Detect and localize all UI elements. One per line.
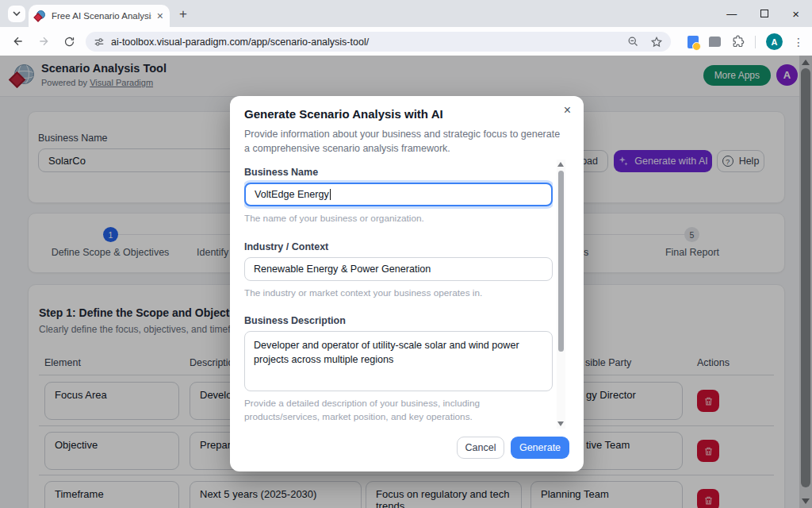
- modal-form-scroll-area: Business Name VoltEdge Energy The name o…: [244, 159, 553, 429]
- reload-button[interactable]: [60, 33, 78, 50]
- browser-profile-avatar[interactable]: A: [766, 33, 783, 50]
- modal-business-name-input[interactable]: VoltEdge Energy: [244, 183, 553, 206]
- tab-strip-chevron-button[interactable]: [8, 6, 25, 22]
- modal-business-name-helper: The name of your business or organizatio…: [244, 212, 553, 225]
- modal-industry-helper: The industry or market context your busi…: [244, 287, 553, 300]
- modal-scrollbar[interactable]: [557, 160, 565, 429]
- modal-scrollbar-thumb[interactable]: [558, 171, 564, 352]
- url-bar[interactable]: ai-toolbox.visual-paradigm.com/app/scena…: [86, 32, 671, 52]
- back-arrow-icon: [12, 35, 25, 48]
- notification-bubble-icon[interactable]: [709, 37, 721, 47]
- url-text[interactable]: ai-toolbox.visual-paradigm.com/app/scena…: [111, 37, 621, 48]
- browser-menu-button[interactable]: ⋮: [793, 36, 804, 48]
- cancel-button[interactable]: Cancel: [457, 437, 504, 459]
- modal-description-textarea[interactable]: Developer and operator of utility-scale …: [244, 331, 553, 391]
- generate-button[interactable]: Generate: [511, 437, 569, 459]
- window-minimize-button[interactable]: —: [726, 8, 737, 20]
- modal-subtitle: Provide information about your business …: [244, 127, 566, 156]
- browser-toolbar: ai-toolbox.visual-paradigm.com/app/scena…: [0, 27, 812, 56]
- save-page-icon[interactable]: [688, 36, 699, 48]
- back-button[interactable]: [10, 33, 27, 50]
- modal-business-name-label: Business Name: [244, 167, 553, 178]
- modal-close-icon[interactable]: ×: [564, 103, 571, 117]
- toolbar-divider: [755, 36, 756, 48]
- generate-ai-modal: × Generate Scenario Analysis with AI Pro…: [230, 96, 584, 471]
- new-tab-button[interactable]: +: [179, 6, 187, 22]
- tab-title: Free AI Scenario Analysis Tool -: [52, 11, 151, 21]
- window-close-button[interactable]: ×: [792, 7, 799, 21]
- modal-scroll-down-icon[interactable]: [557, 421, 564, 426]
- modal-title: Generate Scenario Analysis with AI: [244, 107, 443, 121]
- forward-button[interactable]: [35, 33, 52, 50]
- zoom-icon[interactable]: [627, 36, 639, 48]
- window-maximize-button[interactable]: [760, 10, 768, 17]
- tab-close-icon[interactable]: ×: [157, 10, 163, 21]
- modal-description-helper: Provide a detailed description of your b…: [244, 397, 553, 423]
- browser-tab[interactable]: Free AI Scenario Analysis Tool - ×: [29, 5, 170, 27]
- reload-icon: [63, 36, 75, 48]
- extensions-puzzle-icon[interactable]: [731, 35, 745, 48]
- modal-description-label: Business Description: [244, 315, 553, 326]
- modal-industry-input[interactable]: Renewable Energy & Power Generation: [244, 257, 553, 281]
- browser-tab-strip: Free AI Scenario Analysis Tool - × + — ×: [0, 0, 812, 27]
- modal-industry-label: Industry / Context: [244, 241, 553, 252]
- text-caret: [330, 189, 331, 200]
- bookmark-star-icon[interactable]: [650, 36, 663, 48]
- site-settings-tune-icon: [94, 37, 105, 48]
- site-favicon-icon: [35, 10, 46, 21]
- modal-scroll-up-icon[interactable]: [557, 162, 564, 167]
- chevron-down-icon: [13, 11, 21, 17]
- forward-arrow-icon: [37, 35, 50, 48]
